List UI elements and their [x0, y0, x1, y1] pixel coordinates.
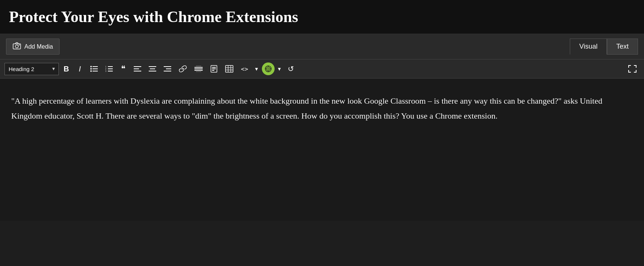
svg-rect-15 — [134, 66, 141, 67]
add-media-icon — [12, 42, 21, 51]
svg-rect-23 — [164, 71, 171, 71]
svg-point-41 — [267, 68, 269, 70]
align-center-icon — [149, 65, 156, 72]
svg-rect-25 — [194, 67, 203, 68]
svg-rect-19 — [150, 68, 155, 69]
bold-button[interactable]: B — [60, 62, 72, 75]
svg-point-7 — [90, 68, 92, 70]
ol-icon: 1 2 3 — [105, 65, 113, 72]
tab-text[interactable]: Text — [607, 39, 638, 55]
page-break-icon — [210, 65, 218, 73]
read-more-icon — [194, 65, 203, 72]
svg-rect-11 — [108, 71, 113, 71]
svg-point-8 — [90, 70, 92, 72]
svg-rect-3 — [93, 66, 98, 67]
green-plugin-icon — [264, 65, 272, 73]
heading-select-wrapper: Heading 2 Heading 1 Heading 3 Paragraph — [4, 63, 59, 75]
svg-rect-34 — [226, 65, 233, 72]
svg-rect-18 — [149, 66, 156, 67]
svg-rect-20 — [149, 71, 156, 71]
unordered-list-button[interactable] — [87, 62, 101, 75]
svg-point-6 — [90, 66, 92, 67]
view-tabs: Visual Text — [570, 39, 638, 55]
align-right-button[interactable] — [161, 62, 174, 75]
link-icon — [179, 65, 187, 72]
green-plugin-wrapper: ▼ — [262, 62, 283, 75]
tab-visual[interactable]: Visual — [570, 39, 607, 55]
heading-select[interactable]: Heading 2 Heading 1 Heading 3 Paragraph — [4, 63, 59, 75]
svg-rect-10 — [108, 68, 113, 69]
svg-point-40 — [266, 67, 270, 71]
code-dropdown-button[interactable]: ▼ — [253, 62, 260, 75]
post-title-input[interactable] — [9, 7, 635, 26]
fullscreen-button[interactable] — [625, 62, 640, 75]
svg-rect-32 — [212, 68, 216, 69]
camera-icon — [12, 42, 21, 49]
svg-rect-21 — [164, 66, 171, 67]
fullscreen-icon — [628, 65, 637, 73]
link-button[interactable] — [176, 62, 190, 75]
plugin-dropdown-button[interactable]: ▼ — [275, 64, 283, 74]
media-bar: Add Media Visual Text — [0, 34, 644, 59]
svg-rect-2 — [19, 45, 20, 45]
page-break-button[interactable] — [207, 62, 221, 75]
svg-rect-16 — [134, 68, 139, 69]
svg-rect-22 — [166, 68, 171, 69]
svg-rect-28 — [196, 66, 201, 66]
align-left-button[interactable] — [131, 62, 144, 75]
svg-rect-17 — [134, 71, 141, 71]
ordered-list-button[interactable]: 1 2 3 — [102, 62, 116, 75]
read-more-button[interactable] — [191, 62, 206, 75]
svg-rect-26 — [194, 68, 203, 69]
editor-content[interactable]: "A high percentage of learners with Dysl… — [11, 94, 633, 123]
align-right-icon — [164, 65, 171, 72]
add-media-button[interactable]: Add Media — [6, 39, 60, 55]
blockquote-button[interactable]: ❝ — [117, 62, 129, 75]
svg-rect-27 — [194, 70, 203, 71]
editor-area[interactable]: "A high percentage of learners with Dysl… — [0, 79, 644, 221]
align-center-button[interactable] — [146, 62, 159, 75]
editor-toolbar: Heading 2 Heading 1 Heading 3 Paragraph … — [0, 59, 644, 79]
ul-icon — [90, 65, 98, 72]
svg-rect-5 — [93, 71, 98, 71]
undo-button[interactable]: ↺ — [285, 62, 297, 75]
svg-rect-9 — [108, 66, 113, 67]
italic-button[interactable]: I — [74, 62, 86, 75]
table-button[interactable] — [222, 62, 236, 75]
svg-rect-33 — [212, 70, 214, 71]
svg-rect-31 — [212, 67, 216, 68]
align-left-icon — [134, 65, 141, 72]
svg-point-1 — [15, 45, 18, 48]
green-plugin-button[interactable] — [262, 62, 275, 75]
svg-text:3: 3 — [105, 70, 106, 72]
code-button[interactable]: <> — [238, 62, 251, 75]
svg-rect-29 — [196, 71, 201, 72]
title-area — [0, 0, 644, 34]
table-icon — [225, 65, 233, 73]
svg-rect-4 — [93, 68, 98, 69]
add-media-label: Add Media — [24, 43, 53, 50]
